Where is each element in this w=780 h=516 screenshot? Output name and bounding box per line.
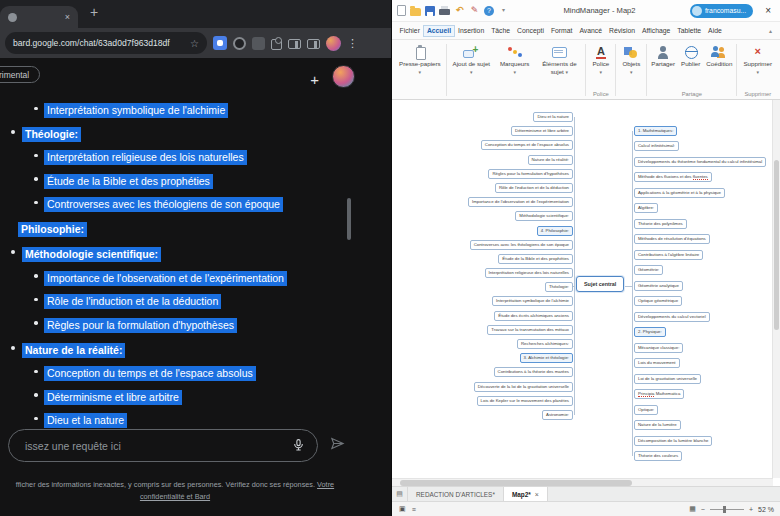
microphone-icon[interactable] [292, 437, 305, 455]
map-node[interactable]: 3. Alchimie et théologie: [520, 353, 573, 363]
menu-tab-concepti[interactable]: Concepti [514, 25, 548, 37]
close-tab-icon[interactable]: × [65, 13, 70, 22]
vertical-scroll-thumb[interactable] [774, 160, 779, 330]
menu-tab-r-vision[interactable]: Révision [605, 25, 638, 37]
save-icon[interactable] [425, 6, 435, 16]
map-node[interactable]: Méthode des fluxions et des fluentes [634, 172, 712, 182]
extension-circle-icon[interactable] [233, 37, 246, 50]
map-node[interactable]: Optique: [634, 405, 658, 415]
send-icon[interactable] [330, 436, 345, 455]
map-node[interactable]: Développements du calcul vectoriel [634, 312, 710, 322]
map-node[interactable]: Étude de la Bible et des prophéties [498, 254, 573, 264]
status-icon-2[interactable]: ≡ [412, 506, 416, 513]
map-node[interactable]: Géométrie analytique [634, 281, 683, 291]
map-node[interactable]: Nature de la lumière [634, 420, 681, 430]
horizontal-scrollbar[interactable] [392, 478, 773, 486]
map-node[interactable]: Interprétation religieuse des lois natur… [485, 268, 574, 278]
extensions-puzzle-icon[interactable] [271, 39, 282, 50]
map-node[interactable]: Théorie des couleurs [634, 451, 682, 461]
map-node[interactable]: Rôle de l'induction et de la déduction [495, 183, 573, 193]
map-node[interactable]: 1. Mathématiques: [634, 126, 677, 136]
bookmark-star-icon[interactable]: ☆ [190, 38, 199, 49]
menu-tab-tablette[interactable]: Tablette [674, 25, 705, 37]
menu-tab-fichier[interactable]: Fichier [396, 25, 423, 37]
map-node[interactable]: Algèbre: [634, 203, 658, 213]
new-tab-icon[interactable]: + [90, 4, 98, 20]
new-document-icon[interactable] [397, 5, 406, 16]
map-node[interactable]: Méthodes de résolution d'équations [634, 234, 710, 244]
pen-icon[interactable]: ✎ [469, 5, 480, 16]
map-node[interactable]: Travaux sur la transmutation des métaux [487, 325, 573, 335]
url-bar[interactable]: bard.google.com/chat/63ad0d7f963d18df ☆ [5, 32, 207, 54]
map-node[interactable]: 4. Philosophie: [537, 226, 573, 236]
map-node[interactable]: Étude des écrits alchimiques anciens [494, 311, 573, 321]
map-node[interactable]: Méthodologie scientifique: [515, 211, 573, 221]
print-icon[interactable] [439, 9, 450, 15]
new-chat-icon[interactable]: + [310, 71, 319, 88]
sheet-tab-map2[interactable]: Map2* × [504, 487, 548, 501]
help-icon[interactable]: ? [484, 6, 494, 16]
map-node[interactable]: Lois de Kepler sur le mouvement des plan… [477, 396, 573, 406]
map-node[interactable]: Règles pour la formulation d'hypothèses [488, 169, 573, 179]
browser-tab[interactable]: × [0, 6, 78, 28]
map-node[interactable]: Conception du temps et de l'espace absol… [481, 140, 573, 150]
map-node[interactable]: Déterminisme et libre arbitre [511, 126, 573, 136]
close-sheet-icon[interactable]: × [535, 491, 539, 498]
extension-blue-icon[interactable] [213, 36, 227, 50]
side-panel-icon[interactable] [288, 39, 301, 49]
map-node[interactable]: Développements du théorème fondamental d… [634, 157, 766, 167]
map-node[interactable]: 2. Physique: [634, 327, 666, 337]
zoom-out-icon[interactable]: − [701, 506, 705, 513]
map-node[interactable]: Calcul infinitésimal: [634, 141, 679, 151]
map-node[interactable]: Décomposition de la lumière blanche [634, 436, 712, 446]
open-folder-icon[interactable] [410, 8, 421, 16]
ribbon-collapse-icon[interactable]: ▴ [769, 27, 776, 34]
status-icon-1[interactable]: ▣ [399, 505, 406, 513]
ribbon-button-co-dition[interactable]: Coédition [703, 42, 735, 68]
map-node[interactable]: Controverses avec les théologiens de son… [470, 240, 573, 250]
quick-access-chevron-icon[interactable]: ▾ [498, 5, 509, 16]
map-node[interactable]: Théorie des polynômes [634, 219, 687, 229]
ribbon-button-l-ments-de-sujet[interactable]: Éléments de sujet ▾ [534, 42, 584, 76]
vertical-scrollbar[interactable] [772, 100, 780, 478]
prompt-input[interactable]: issez une requête ici [8, 429, 318, 462]
menu-tab-aide[interactable]: Aide [705, 25, 726, 37]
view-mode-icon[interactable]: ▦ [689, 505, 696, 513]
browser-menu-icon[interactable]: ⋮ [347, 36, 355, 50]
map-node[interactable]: Interprétation symbolique de l'alchimie [492, 296, 573, 306]
menu-tab-t-che[interactable]: Tâche [488, 25, 514, 37]
ribbon-button-ajout-de-sujet[interactable]: +Ajout de sujet ▾ [448, 42, 495, 76]
ribbon-button-publier[interactable]: Publier [678, 42, 703, 68]
map-node[interactable]: Optique géométrique [634, 296, 682, 306]
ribbon-button-presse-papiers[interactable]: Presse-papiers ▾ [395, 42, 445, 76]
ribbon-button-police[interactable]: APolice ▾ [587, 42, 614, 76]
map-canvas[interactable]: Sujet central Dieu et la natureDétermini… [392, 100, 773, 478]
map-node[interactable]: Astronomie: [542, 410, 573, 420]
map-node[interactable]: Principia Mathematica [634, 389, 684, 399]
account-avatar[interactable] [332, 65, 355, 88]
ribbon-button-objets[interactable]: Objets ▾ [617, 42, 645, 76]
map-node[interactable]: Contributions à la théorie des marées [494, 367, 573, 377]
menu-tab-accueil[interactable]: Accueil [423, 25, 454, 37]
undo-icon[interactable]: ↶ [454, 5, 465, 16]
map-node[interactable]: Importance de l'observation et de l'expé… [468, 197, 573, 207]
profile-avatar[interactable] [326, 36, 341, 51]
sheet-list-icon[interactable]: ▤ [392, 487, 408, 501]
ribbon-button-supprimer[interactable]: ×Supprimer ▾ [738, 42, 777, 76]
map-node[interactable]: Loi de la gravitation universelle [634, 374, 701, 384]
central-topic[interactable]: Sujet central [576, 276, 624, 292]
reading-list-icon[interactable] [307, 39, 320, 49]
menu-tab-format[interactable]: Format [547, 25, 576, 37]
zoom-slider[interactable] [710, 509, 744, 510]
menu-tab-avanc[interactable]: Avancé [576, 25, 606, 37]
chat-scrollbar[interactable] [347, 198, 351, 240]
menu-tab-affichage[interactable]: Affichage [639, 25, 674, 37]
zoom-in-icon[interactable]: + [749, 506, 753, 513]
map-node[interactable]: Dieu et la nature [533, 112, 573, 122]
extension-square-icon[interactable] [252, 37, 265, 50]
map-node[interactable]: Mécanique classique: [634, 343, 683, 353]
ribbon-button-marqueurs[interactable]: Marqueurs ▾ [495, 42, 534, 76]
map-node[interactable]: Découverte de la loi de la gravitation u… [474, 382, 573, 392]
map-node[interactable]: Lois du mouvement [634, 358, 680, 368]
map-node[interactable]: Géométrie: [634, 265, 663, 275]
